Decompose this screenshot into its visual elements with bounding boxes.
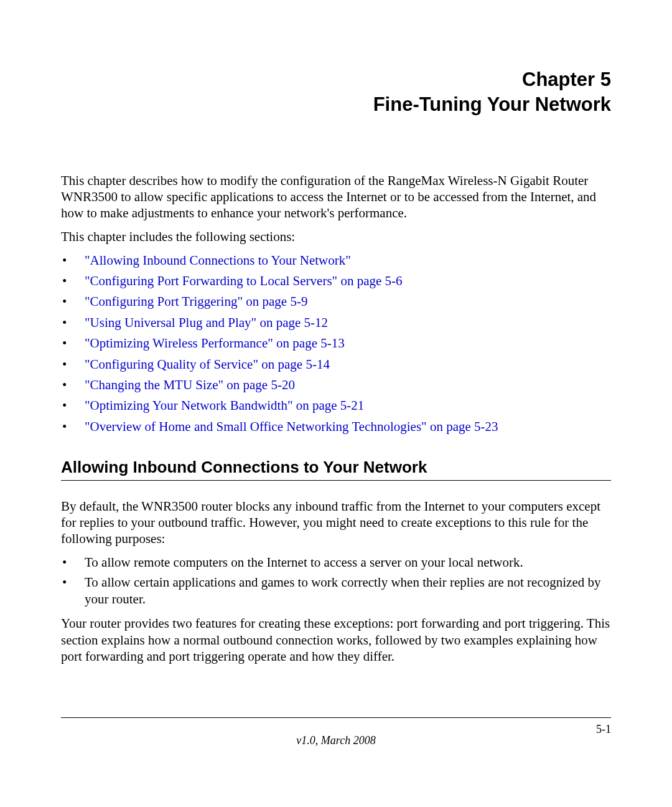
version-label: v1.0, March 2008 bbox=[61, 734, 611, 747]
toc-link[interactable]: "Changing the MTU Size" on page 5-20 bbox=[85, 377, 295, 392]
toc-link[interactable]: "Configuring Port Forwarding to Local Se… bbox=[85, 273, 403, 288]
purpose-item: To allow remote computers on the Interne… bbox=[61, 554, 611, 571]
toc-link[interactable]: "Configuring Port Triggering" on page 5-… bbox=[85, 294, 307, 309]
toc-list: "Allowing Inbound Connections to Your Ne… bbox=[61, 252, 611, 437]
chapter-label: Chapter 5 bbox=[61, 67, 611, 92]
toc-link[interactable]: "Optimizing Wireless Performance" on pag… bbox=[85, 336, 345, 351]
section-heading: Allowing Inbound Connections to Your Net… bbox=[61, 457, 611, 478]
chapter-title-block: Chapter 5 Fine-Tuning Your Network bbox=[61, 67, 611, 118]
purpose-item: To allow certain applications and games … bbox=[61, 574, 611, 608]
toc-item: "Optimizing Wireless Performance" on pag… bbox=[61, 334, 611, 352]
toc-item: "Configuring Port Triggering" on page 5-… bbox=[61, 293, 611, 311]
toc-link[interactable]: "Overview of Home and Small Office Netwo… bbox=[85, 419, 498, 434]
purpose-list: To allow remote computers on the Interne… bbox=[61, 554, 611, 608]
toc-item: "Allowing Inbound Connections to Your Ne… bbox=[61, 252, 611, 270]
chapter-title: Fine-Tuning Your Network bbox=[61, 92, 611, 117]
toc-link[interactable]: "Using Universal Plug and Play" on page … bbox=[85, 315, 328, 330]
section-para-2: Your router provides two features for cr… bbox=[61, 615, 611, 664]
page-number: 5-1 bbox=[596, 723, 611, 736]
toc-item: "Optimizing Your Network Bandwidth" on p… bbox=[61, 397, 611, 415]
section-para-1: By default, the WNR3500 router blocks an… bbox=[61, 498, 611, 547]
section-rule bbox=[61, 480, 611, 481]
toc-item: "Configuring Port Forwarding to Local Se… bbox=[61, 272, 611, 290]
toc-link[interactable]: "Configuring Quality of Service" on page… bbox=[85, 357, 330, 372]
toc-item: "Changing the MTU Size" on page 5-20 bbox=[61, 376, 611, 394]
toc-link[interactable]: "Optimizing Your Network Bandwidth" on p… bbox=[85, 398, 364, 413]
page-footer: 5-1 v1.0, March 2008 bbox=[61, 717, 611, 747]
toc-item: "Overview of Home and Small Office Netwo… bbox=[61, 418, 611, 436]
toc-item: "Using Universal Plug and Play" on page … bbox=[61, 314, 611, 332]
intro-paragraph: This chapter describes how to modify the… bbox=[61, 172, 611, 222]
toc-item: "Configuring Quality of Service" on page… bbox=[61, 356, 611, 374]
toc-link[interactable]: "Allowing Inbound Connections to Your Ne… bbox=[85, 253, 351, 268]
intro-followup: This chapter includes the following sect… bbox=[61, 229, 611, 245]
page-content: Chapter 5 Fine-Tuning Your Network This … bbox=[0, 0, 672, 664]
